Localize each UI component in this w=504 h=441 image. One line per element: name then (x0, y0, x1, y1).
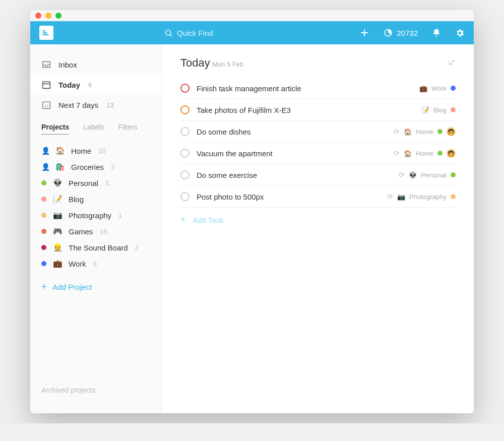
project-emoji: 📷 (52, 211, 62, 220)
topbar: Quick Find 20732 (30, 21, 474, 44)
plus-icon: + (180, 215, 186, 225)
project-name: Blog (69, 195, 84, 204)
close-window-button[interactable] (35, 13, 41, 19)
nav-next7-count: 13 (106, 101, 113, 109)
project-list: 👤 🏠 Home 10 👤 🛍️ Groceries 3 👽 Personal … (30, 138, 162, 277)
svg-line-1 (170, 34, 172, 36)
project-count: 1 (118, 212, 122, 219)
task-checkbox[interactable] (180, 170, 190, 179)
project-item[interactable]: 🎮 Games 15 (30, 223, 162, 239)
project-item[interactable]: 📷 Photography 1 (30, 207, 162, 223)
window-titlebar (30, 10, 474, 21)
tab-filters[interactable]: Filters (118, 123, 138, 135)
project-item[interactable]: 👽 Personal 5 (30, 175, 162, 191)
minimize-window-button[interactable] (45, 13, 51, 19)
project-item[interactable]: 👤 🏠 Home 10 (30, 143, 162, 159)
task-project-emoji: 💼 (419, 85, 427, 92)
task-project-emoji: 🏠 (404, 128, 412, 136)
task-checkbox[interactable] (180, 149, 190, 158)
main-header: Today Mon 5 Feb (180, 56, 456, 70)
topbar-actions: 20732 (359, 28, 465, 38)
task-title: Take photos of Fujifilm X-E3 (197, 106, 414, 114)
task-title: Finish task management article (197, 84, 412, 93)
project-color-bullet (41, 180, 46, 185)
project-count: 3 (111, 163, 114, 171)
task-project-name: Photography (409, 193, 447, 201)
task-checkbox[interactable] (180, 127, 190, 136)
task-row[interactable]: Post photo to 500px ⟳ 📷 Photography (180, 186, 456, 208)
svg-point-0 (166, 30, 171, 35)
nav-today-count: 6 (88, 81, 92, 89)
nav-today[interactable]: Today 6 (30, 75, 162, 95)
task-checkbox[interactable] (180, 192, 190, 201)
project-emoji: 🎮 (52, 227, 62, 236)
nav-next7[interactable]: +7 Next 7 days 13 (30, 95, 162, 115)
svg-rect-5 (43, 82, 50, 88)
task-project-name: Blog (433, 106, 447, 114)
task-row[interactable]: Do some exercise ⟳ 👽 Personal (180, 164, 456, 186)
task-meta: ⟳ 🏠 Home 🧑 (394, 149, 456, 158)
task-meta: 📝 Blog (421, 106, 456, 114)
task-project-emoji: 📝 (421, 106, 429, 114)
task-checkbox[interactable] (180, 105, 190, 114)
task-meta: 💼 Work (419, 85, 456, 92)
add-project-button[interactable]: + Add Project (30, 277, 162, 297)
svg-text:+7: +7 (44, 104, 48, 108)
add-task-button[interactable] (359, 28, 369, 38)
task-title: Do some dishes (197, 128, 387, 136)
project-count: 3 (93, 260, 97, 268)
nav-inbox-label: Inbox (58, 60, 77, 69)
app-logo[interactable] (39, 26, 53, 40)
add-task-label: Add Task (193, 216, 224, 224)
task-project-emoji: 👽 (409, 171, 417, 179)
task-project-color (451, 86, 456, 91)
add-task-inline-button[interactable]: + Add Task (180, 208, 456, 232)
today-icon (41, 80, 51, 90)
project-name: Games (69, 227, 93, 236)
task-row[interactable]: Take photos of Fujifilm X-E3 📝 Blog (180, 99, 456, 121)
project-emoji: 👷 (52, 243, 62, 252)
task-row[interactable]: Finish task management article 💼 Work (180, 78, 456, 99)
project-count: 15 (100, 228, 107, 235)
task-meta: ⟳ 📷 Photography (387, 193, 456, 201)
tab-labels[interactable]: Labels (83, 123, 104, 135)
maximize-window-button[interactable] (55, 13, 61, 19)
task-checkbox[interactable] (180, 84, 190, 93)
nav-next7-label: Next 7 days (58, 101, 98, 109)
project-item[interactable]: 👤 🛍️ Groceries 3 (30, 159, 162, 175)
recurring-icon: ⟳ (399, 171, 405, 179)
archived-projects-link[interactable]: Archived projects (30, 377, 162, 403)
notifications-button[interactable] (432, 28, 441, 37)
next7-icon: +7 (41, 100, 51, 110)
project-emoji: 🛍️ (55, 162, 65, 171)
recurring-icon: ⟳ (394, 149, 400, 157)
project-name: Personal (69, 179, 98, 187)
project-emoji: 📝 (52, 195, 62, 204)
karma-score: 20732 (397, 29, 418, 37)
task-project-color (451, 172, 456, 177)
task-row[interactable]: Do some dishes ⟳ 🏠 Home 🧑 (180, 121, 456, 143)
page-title: Today (180, 56, 210, 69)
project-name: Work (69, 260, 86, 268)
quick-find-input[interactable]: Quick Find (164, 29, 359, 37)
task-project-color (451, 107, 456, 112)
task-meta: ⟳ 🏠 Home 🧑 (394, 127, 456, 136)
add-project-label: Add Project (53, 283, 92, 291)
project-color-bullet (41, 197, 46, 202)
shared-icon: 👤 (41, 163, 50, 171)
app-window: Quick Find 20732 Inbo (30, 10, 474, 413)
task-row[interactable]: Vacuum the apartment ⟳ 🏠 Home 🧑 (180, 143, 456, 164)
nav-inbox[interactable]: Inbox (30, 54, 162, 75)
plus-icon: + (41, 282, 47, 292)
task-project-name: Home (416, 128, 433, 136)
tab-projects[interactable]: Projects (41, 123, 69, 135)
project-item[interactable]: 👷 The Sound Board 2 (30, 239, 162, 256)
project-item[interactable]: 📝 Blog (30, 191, 162, 207)
view-options-button[interactable] (448, 58, 456, 68)
project-emoji: 🏠 (55, 146, 65, 155)
project-item[interactable]: 💼 Work 3 (30, 256, 162, 272)
recurring-icon: ⟳ (394, 128, 400, 136)
settings-button[interactable] (455, 28, 465, 38)
karma-button[interactable]: 20732 (384, 28, 418, 37)
project-color-bullet (41, 245, 46, 250)
